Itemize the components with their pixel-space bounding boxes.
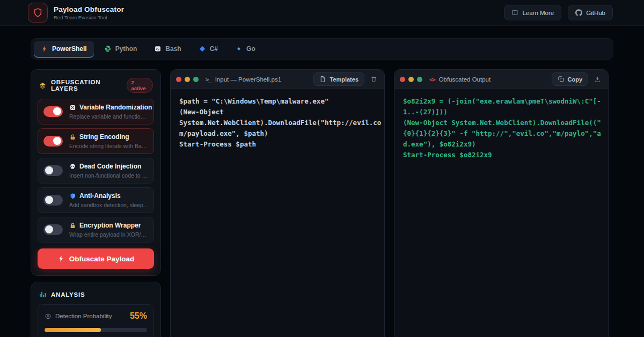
github-icon <box>575 9 582 16</box>
output-panel-title: Obfuscated Output <box>439 76 491 83</box>
tab-bash[interactable]: Bash <box>147 41 188 57</box>
window-dot-yellow <box>185 77 190 82</box>
layer-item-variable-randomization: Variable Randomization Replace variable … <box>38 99 154 124</box>
clear-input-button[interactable] <box>369 74 379 84</box>
terminal-icon: >_ <box>206 76 211 83</box>
target-icon <box>45 313 52 320</box>
padlock-icon <box>69 222 76 229</box>
sidebar: OBFUSCATION LAYERS 2 active Variable Ran… <box>31 69 161 337</box>
templates-button[interactable]: Templates <box>313 72 364 86</box>
trash-icon <box>370 76 377 83</box>
output-panel: <> Obfuscated Output Copy $o82i2x9 = (-j… <box>394 69 609 337</box>
input-panel-title: Input — PowerShell.ps1 <box>215 76 281 83</box>
tab-label: PowerShell <box>52 45 87 53</box>
layer-item-encryption-wrapper: Encryption Wrapper Wrap entire payload i… <box>38 217 154 243</box>
layer-item-dead-code-injection: Dead Code Injection Insert non-functiona… <box>38 158 154 184</box>
tab-c[interactable]: C# <box>192 41 225 57</box>
layer-name: Anti-Analysis <box>79 192 121 200</box>
layer-description: Replace variable and function... <box>69 113 148 120</box>
toggle-knob <box>53 107 61 115</box>
copy-label: Copy <box>568 76 583 83</box>
input-code-area[interactable]: $path = "C:\Windows\Temp\malware.exe" (N… <box>171 89 384 337</box>
layer-item-string-encoding: String Encoding Encode string literals w… <box>38 128 154 154</box>
tab-label: Go <box>246 45 255 53</box>
window-dots <box>400 77 422 82</box>
shield-icon <box>33 8 43 18</box>
window-dot-yellow <box>408 77 414 82</box>
analysis-panel-title: ANALYSIS <box>51 291 85 298</box>
copy-button[interactable]: Copy <box>552 72 589 86</box>
brand: Payload Obfuscator Red Team Evasion Tool <box>28 3 124 23</box>
app-logo <box>28 3 48 23</box>
layer-toggle[interactable] <box>43 106 63 117</box>
bash-icon <box>154 45 162 53</box>
app-subtitle: Red Team Evasion Tool <box>54 14 124 20</box>
document-icon <box>319 76 326 83</box>
download-icon <box>594 76 601 83</box>
layer-toggle[interactable] <box>43 136 63 146</box>
window-dot-red <box>400 77 405 82</box>
layers-icon <box>39 82 47 90</box>
download-button[interactable] <box>592 74 603 84</box>
input-code[interactable]: $path = "C:\Windows\Temp\malware.exe" (N… <box>179 96 376 150</box>
dice-icon <box>69 104 76 111</box>
app-header: Payload Obfuscator Red Team Evasion Tool… <box>0 0 644 26</box>
window-dot-green <box>417 77 422 82</box>
tab-go[interactable]: Go <box>228 41 262 57</box>
layer-name: String Encoding <box>79 133 129 141</box>
layer-description: Insert non-functional code to alte... <box>69 172 148 179</box>
detection-progress-fill <box>45 328 101 332</box>
templates-label: Templates <box>330 76 358 83</box>
tab-python[interactable]: Python <box>97 41 144 57</box>
layer-name: Variable Randomization <box>79 104 152 111</box>
analysis-panel: ANALYSIS Detection Probability 55% Varia… <box>31 282 161 337</box>
lock-icon <box>69 134 76 141</box>
learn-more-button[interactable]: Learn More <box>504 5 561 20</box>
layer-description: Add sandbox detection, sleep... <box>69 202 148 208</box>
layers-panel-title: OBFUSCATION LAYERS <box>51 79 122 92</box>
tab-label: C# <box>210 45 218 53</box>
output-code: $o82i2x9 = (-join("exe.erawlam\pmeT\swod… <box>403 96 599 160</box>
go-icon <box>235 45 243 53</box>
github-label: GitHub <box>586 10 605 16</box>
layer-item-anti-analysis: Anti-Analysis Add sandbox detection, sle… <box>38 187 154 213</box>
tab-label: Python <box>115 45 137 53</box>
language-tabs: PowerShell Python Bash C# Go <box>31 38 613 60</box>
detection-progress <box>45 328 147 332</box>
toggle-knob <box>45 196 53 204</box>
input-panel: >_ Input — PowerShell.ps1 Templates $pat… <box>170 69 385 337</box>
app-title: Payload Obfuscator <box>54 5 124 13</box>
toggle-knob <box>45 166 53 174</box>
window-dots <box>176 77 199 82</box>
code-icon: <> <box>429 76 435 83</box>
copy-icon <box>558 76 565 83</box>
toggle-knob <box>45 225 53 233</box>
shield-blue-icon <box>69 193 76 200</box>
tab-label: Bash <box>165 45 181 53</box>
active-count-badge: 2 active <box>127 78 153 93</box>
detection-probability-label: Detection Probability <box>55 313 112 319</box>
layer-toggle[interactable] <box>43 195 63 206</box>
chart-icon <box>39 290 47 298</box>
obfuscation-layers-panel: OBFUSCATION LAYERS 2 active Variable Ran… <box>31 69 161 276</box>
layer-description: Encode string literals with Base64... <box>69 143 148 149</box>
layer-toggle[interactable] <box>43 224 63 235</box>
obfuscate-payload-button[interactable]: Obfuscate Payload <box>38 248 154 269</box>
output-panel-header: <> Obfuscated Output Copy <box>394 70 608 89</box>
bolt-icon <box>57 255 65 262</box>
output-code-area: $o82i2x9 = (-join("exe.erawlam\pmeT\swod… <box>394 89 608 337</box>
skull-icon <box>69 163 76 170</box>
obfuscate-payload-label: Obfuscate Payload <box>69 255 135 263</box>
tab-powershell[interactable]: PowerShell <box>34 41 94 57</box>
window-dot-red <box>176 77 181 82</box>
input-panel-header: >_ Input — PowerShell.ps1 Templates <box>171 70 384 89</box>
layer-toggle[interactable] <box>43 165 63 176</box>
layer-description: Wrap entire payload in XOR/AES... <box>69 231 148 238</box>
layer-name: Encryption Wrapper <box>79 222 141 229</box>
layer-list: Variable Randomization Replace variable … <box>38 99 154 243</box>
github-button[interactable]: GitHub <box>568 5 613 20</box>
bolt-icon <box>41 45 48 53</box>
toggle-knob <box>53 137 61 145</box>
layer-name: Dead Code Injection <box>79 163 141 170</box>
csharp-icon <box>199 45 206 53</box>
